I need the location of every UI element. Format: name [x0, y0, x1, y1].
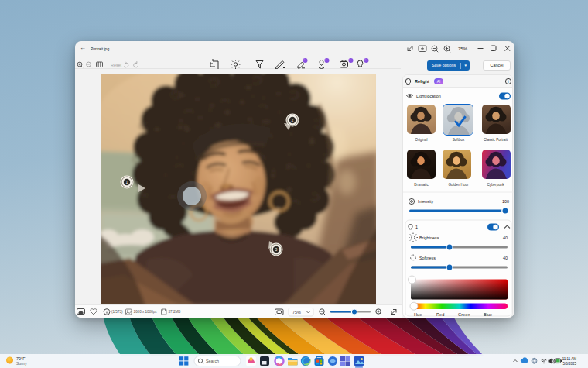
svg-text:Softness: Softness [419, 256, 436, 260]
svg-text:Sunny: Sunny [16, 362, 27, 366]
svg-text:1: 1 [126, 180, 128, 184]
svg-text:Hue: Hue [414, 312, 422, 317]
svg-text:40: 40 [503, 256, 508, 260]
svg-text:Search: Search [206, 359, 219, 363]
svg-text:75%: 75% [292, 310, 301, 315]
svg-text:75%: 75% [458, 46, 468, 51]
svg-text:Blue: Blue [484, 312, 492, 317]
svg-text:5/6/2025: 5/6/2025 [562, 362, 576, 366]
svg-text:1: 1 [415, 225, 418, 229]
svg-text:Light location: Light location [416, 94, 441, 98]
svg-text:11:11 AM: 11:11 AM [562, 357, 577, 361]
svg-text:40: 40 [503, 236, 508, 240]
svg-text:2: 2 [292, 118, 294, 122]
svg-text:Intensity: Intensity [418, 199, 433, 204]
svg-text:Green: Green [458, 312, 470, 317]
svg-text:i: i [508, 79, 508, 84]
svg-text:100: 100 [502, 199, 509, 204]
svg-text:3: 3 [275, 247, 278, 252]
svg-text:Red: Red [436, 312, 444, 317]
svg-text:70°F: 70°F [16, 356, 26, 361]
svg-text:AI: AI [437, 80, 440, 84]
svg-text:Relight: Relight [415, 79, 429, 84]
svg-text:(1/573): (1/573) [111, 310, 123, 314]
svg-text:Reset: Reset [111, 63, 122, 67]
svg-text:1600 x 1080px: 1600 x 1080px [134, 310, 158, 314]
svg-text:Brightness: Brightness [419, 236, 439, 240]
svg-text:37.2MB: 37.2MB [169, 310, 181, 314]
